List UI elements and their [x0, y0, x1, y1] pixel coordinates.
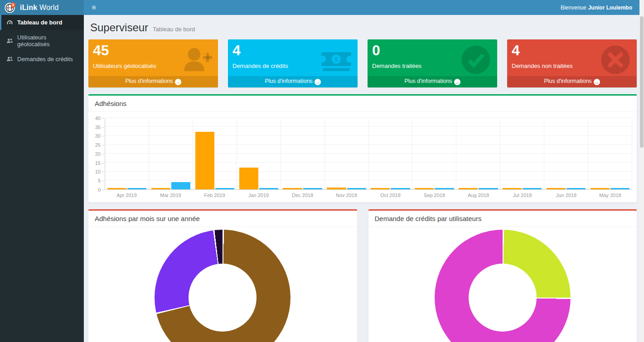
x-tick-label: Jan 2019: [237, 193, 281, 198]
users-icon: [6, 38, 13, 44]
stat-box-demandes-credits: 4 Demandes de crédits $ Plus d'informati…: [228, 39, 358, 87]
bar: [127, 188, 146, 189]
panel-title: Adhésions par mois sur une année: [88, 211, 357, 227]
page-subtitle: Tableau de bord: [153, 26, 195, 33]
bar: [283, 188, 302, 189]
more-info-link[interactable]: Plus d'informations→: [507, 76, 637, 87]
bar: [171, 182, 190, 189]
stat-label: Demandes de crédits: [232, 63, 353, 69]
bar: [591, 188, 610, 189]
x-tick-label: Jun 2018: [544, 193, 588, 198]
sidebar-item-label: Tableau de bord: [17, 19, 62, 26]
sidebar-item-tableau-de-bord[interactable]: Tableau de bord: [0, 15, 84, 30]
donut-credits: [435, 230, 571, 342]
y-tick-label: 0: [98, 187, 101, 193]
x-tick-label: Dec 2018: [281, 193, 324, 198]
users-icon: [6, 56, 13, 63]
donut-panels-row: Adhésions par mois sur une année Demande…: [88, 202, 637, 342]
bar: [107, 188, 126, 189]
y-tick-label: 40: [95, 116, 101, 121]
bar: [435, 188, 454, 189]
tachometer-icon: [6, 19, 13, 26]
welcome-username: Junior Loulembo: [588, 5, 632, 11]
panel-title: Adhésions: [88, 96, 637, 112]
bar-group: [369, 118, 413, 189]
more-info-link[interactable]: Plus d'informations→: [228, 76, 358, 87]
sidebar-toggle-button[interactable]: ≡: [84, 0, 104, 15]
bar-chart-y-axis: 0510152025303540: [91, 118, 105, 190]
stat-value: 45: [93, 42, 213, 59]
globe-pin-logo-icon: $: [5, 2, 16, 14]
page-scrollbar[interactable]: [639, 0, 644, 342]
bar: [151, 188, 170, 189]
more-info-link[interactable]: Plus d'informations→: [368, 76, 497, 87]
x-tick-label: Aug 2018: [456, 193, 500, 198]
bar: [391, 188, 410, 189]
arrow-circle-right-icon: →: [175, 79, 181, 85]
page-title: Superviseur: [90, 21, 148, 34]
sidebar-item-demandes-de-credits[interactable]: Demandes de crédits: [0, 52, 84, 67]
stat-box-utilisateurs: 45 Utilisateurs géolocalisés Plus d'info…: [88, 39, 218, 87]
adhesions-donut-panel: Adhésions par mois sur une année: [88, 209, 357, 342]
main-content: Superviseur Tableau de bord 45 Utilisate…: [84, 15, 639, 342]
sidebar-item-utilisateurs-geolocalises[interactable]: Utilisateurs géolocalisés: [0, 30, 84, 52]
stat-box-demandes-non-traitees: 4 Demandes non traitées Plus d'informati…: [507, 39, 637, 87]
bar: [610, 188, 629, 189]
bar: [459, 188, 478, 189]
bar-group: [237, 118, 281, 189]
more-info-link[interactable]: Plus d'informations→: [88, 76, 218, 87]
donut-adhesions: [155, 230, 291, 342]
bar: [239, 168, 258, 189]
bar: [371, 188, 390, 189]
bar-group: [149, 118, 193, 189]
arrow-circle-right-icon: →: [315, 79, 321, 85]
y-tick-label: 20: [95, 151, 101, 157]
bar-group: [105, 118, 149, 189]
stat-box-demandes-traitees: 0 Demandes traitées Plus d'informations→: [368, 39, 497, 87]
adhesions-panel: Adhésions 0510152025303540 Apr 2019Mar 2…: [88, 94, 637, 202]
stat-value: 0: [372, 42, 493, 59]
welcome-label: Bienvenue: [561, 5, 586, 11]
app-logo[interactable]: $ iLink World: [0, 0, 84, 15]
sidebar-item-label: Utilisateurs géolocalisés: [17, 34, 80, 48]
y-tick-label: 5: [98, 178, 101, 183]
bar-group: [500, 118, 544, 189]
bar-group: [412, 118, 456, 189]
bar: [259, 188, 278, 189]
x-tick-label: Feb 2019: [193, 193, 237, 198]
bar: [503, 188, 522, 189]
bar-group: [456, 118, 500, 189]
sidebar-nav: Tableau de bord Utilisateurs géolocalisé…: [0, 15, 84, 342]
y-tick-label: 10: [95, 169, 101, 174]
bar-group: [325, 118, 369, 189]
bar: [547, 188, 566, 189]
x-tick-label: Oct 2018: [368, 193, 412, 198]
arrow-circle-right-icon: →: [594, 79, 600, 85]
arrow-circle-right-icon: →: [454, 79, 460, 85]
scrollbar-thumb[interactable]: [640, 16, 644, 148]
bar-group: [193, 118, 237, 189]
top-navbar: $ iLink World ≡ Bienvenue Junior Loulemb…: [0, 0, 644, 15]
stat-label: Demandes non traitées: [512, 63, 632, 69]
x-tick-label: Mar 2019: [149, 193, 193, 198]
x-tick-label: May 2018: [588, 193, 632, 198]
bar: [415, 188, 434, 189]
bar-chart: 0510152025303540 Apr 2019Mar 2019Feb 201…: [88, 112, 637, 202]
bar: [303, 188, 322, 189]
x-tick-label: Jul 2018: [500, 193, 544, 198]
y-tick-label: 30: [95, 133, 101, 139]
x-tick-label: Sep 2018: [412, 193, 456, 198]
user-welcome: Bienvenue Junior Loulembo: [561, 0, 644, 15]
bar: [523, 188, 542, 189]
y-tick-label: 35: [95, 125, 101, 130]
bar-chart-x-axis: Apr 2019Mar 2019Feb 2019Jan 2019Dec 2018…: [105, 190, 632, 198]
credits-donut-panel: Demande de crédits par utilisateurs: [368, 209, 637, 342]
stat-label: Utilisateurs géolocalisés: [93, 63, 213, 69]
bar-chart-plot: [105, 118, 632, 190]
stat-label: Demandes traitées: [372, 63, 493, 69]
bar-group: [588, 118, 632, 189]
bar: [479, 188, 498, 189]
page-header: Superviseur Tableau de bord: [88, 19, 637, 39]
x-tick-label: Nov 2018: [324, 193, 368, 198]
y-tick-label: 25: [95, 142, 101, 148]
